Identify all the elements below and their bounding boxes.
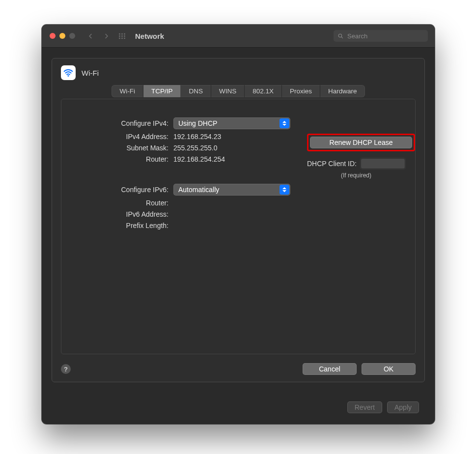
tab-dns[interactable]: DNS: [181, 85, 211, 97]
titlebar: Network Search: [42, 25, 435, 48]
configure-ipv6-label: Configure IPv6:: [70, 186, 173, 194]
svg-rect-7: [121, 37, 123, 39]
chevron-up-down-icon: [280, 118, 289, 128]
chevron-up-down-icon: [280, 185, 289, 195]
subnet-mask-value: 255.255.255.0: [173, 144, 218, 152]
svg-rect-8: [124, 37, 125, 39]
prefix-length-label: Prefix Length:: [70, 222, 173, 229]
svg-rect-1: [121, 33, 123, 34]
svg-rect-5: [124, 35, 125, 37]
ipv6-router-label: Router:: [70, 199, 173, 207]
tab-bar: Wi-Fi TCP/IP DNS WINS 802.1X Proxies Har…: [112, 85, 364, 97]
tab-8021x[interactable]: 802.1X: [245, 85, 282, 97]
svg-point-9: [338, 34, 342, 37]
sheet-title: Wi-Fi: [82, 69, 99, 77]
dhcp-client-id-hint: (If required): [307, 172, 405, 179]
svg-rect-3: [119, 35, 120, 37]
svg-rect-4: [121, 35, 123, 37]
tab-wifi[interactable]: Wi-Fi: [112, 85, 143, 97]
svg-point-11: [68, 75, 69, 77]
configure-ipv4-value: Using DHCP: [178, 119, 217, 127]
ok-button[interactable]: OK: [362, 363, 416, 375]
configure-ipv4-label: Configure IPv4:: [70, 119, 173, 127]
search-field[interactable]: Search: [334, 30, 428, 42]
help-button[interactable]: ?: [61, 364, 71, 374]
ipv4-router-label: Router:: [70, 155, 173, 163]
renew-dhcp-lease-button[interactable]: Renew DHCP Lease: [310, 137, 412, 148]
configure-ipv4-select[interactable]: Using DHCP: [173, 117, 290, 129]
revert-button: Revert: [347, 401, 382, 413]
tab-tcpip[interactable]: TCP/IP: [143, 85, 181, 97]
dhcp-side-panel: Renew DHCP Lease DHCP Client ID: (If req…: [307, 134, 405, 179]
configure-ipv6-select[interactable]: Automatically: [173, 184, 290, 196]
sheet-footer: ? Cancel OK: [61, 363, 416, 375]
zoom-window-button[interactable]: [69, 33, 75, 39]
svg-line-10: [341, 37, 343, 38]
svg-rect-6: [119, 37, 120, 39]
dhcp-client-id-label: DHCP Client ID:: [307, 160, 357, 168]
sheet-header: Wi-Fi: [61, 65, 416, 80]
minimize-window-button[interactable]: [59, 33, 65, 39]
tab-proxies[interactable]: Proxies: [282, 85, 320, 97]
network-preferences-window: Network Search Wi-Fi Wi-Fi TCP/IP DNS WI…: [42, 25, 435, 424]
search-placeholder: Search: [347, 32, 367, 40]
back-button[interactable]: [85, 30, 96, 41]
dhcp-client-id-input[interactable]: [361, 158, 405, 169]
apply-button: Apply: [387, 401, 419, 413]
window-title: Network: [135, 32, 164, 40]
renew-dhcp-highlight: Renew DHCP Lease: [307, 134, 415, 151]
ipv6-address-label: IPv6 Address:: [70, 210, 173, 218]
close-window-button[interactable]: [50, 33, 56, 39]
tcpip-panel: Configure IPv4: Using DHCP IPv4 Address:…: [61, 99, 416, 354]
svg-rect-2: [124, 33, 125, 34]
configure-ipv6-value: Automatically: [178, 186, 219, 194]
tab-hardware[interactable]: Hardware: [320, 85, 365, 97]
tab-wins[interactable]: WINS: [211, 85, 245, 97]
wifi-advanced-sheet: Wi-Fi Wi-Fi TCP/IP DNS WINS 802.1X Proxi…: [52, 58, 425, 382]
svg-rect-0: [119, 33, 120, 34]
forward-button[interactable]: [101, 30, 112, 41]
wifi-icon: [61, 65, 76, 80]
content-area: Wi-Fi Wi-Fi TCP/IP DNS WINS 802.1X Proxi…: [42, 47, 435, 424]
window-footer: Revert Apply: [347, 401, 419, 413]
show-all-prefs-button[interactable]: [116, 30, 127, 41]
ipv4-address-label: IPv4 Address:: [70, 133, 173, 141]
subnet-mask-label: Subnet Mask:: [70, 144, 173, 152]
ipv4-address-value: 192.168.254.23: [173, 133, 221, 141]
search-icon: [337, 33, 344, 39]
ipv4-router-value: 192.168.254.254: [173, 155, 225, 163]
cancel-button[interactable]: Cancel: [303, 363, 357, 375]
window-controls: [50, 33, 75, 39]
